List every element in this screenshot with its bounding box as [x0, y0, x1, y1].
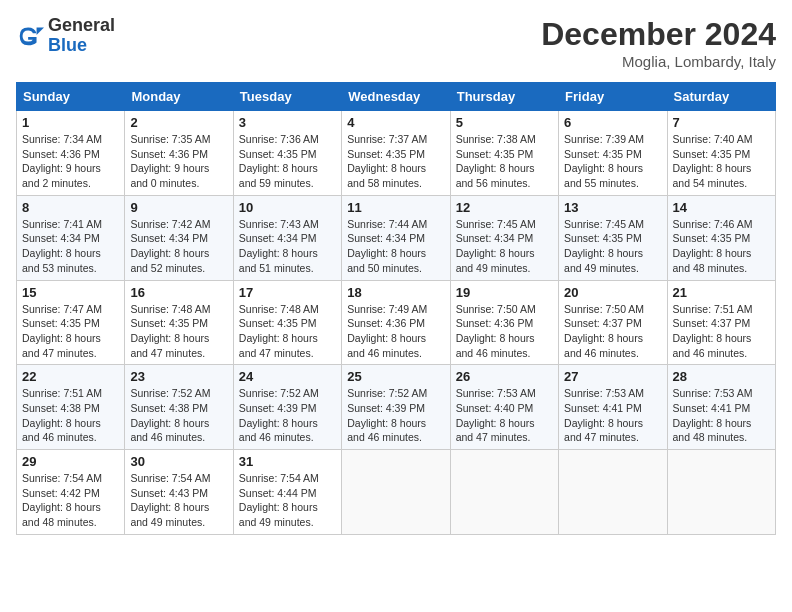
page-header: General Blue December 2024 Moglia, Lomba… [16, 16, 776, 70]
col-header-saturday: Saturday [667, 83, 775, 111]
day-number: 24 [239, 369, 336, 384]
calendar-cell [342, 450, 450, 535]
day-number: 26 [456, 369, 553, 384]
day-info: Sunrise: 7:42 AM Sunset: 4:34 PM Dayligh… [130, 217, 227, 276]
day-number: 18 [347, 285, 444, 300]
day-number: 2 [130, 115, 227, 130]
day-number: 9 [130, 200, 227, 215]
calendar-cell: 17 Sunrise: 7:48 AM Sunset: 4:35 PM Dayl… [233, 280, 341, 365]
title-block: December 2024 Moglia, Lombardy, Italy [541, 16, 776, 70]
day-number: 28 [673, 369, 770, 384]
calendar-cell: 18 Sunrise: 7:49 AM Sunset: 4:36 PM Dayl… [342, 280, 450, 365]
day-number: 7 [673, 115, 770, 130]
logo-blue-text: Blue [48, 36, 115, 56]
day-info: Sunrise: 7:40 AM Sunset: 4:35 PM Dayligh… [673, 132, 770, 191]
day-number: 21 [673, 285, 770, 300]
day-info: Sunrise: 7:54 AM Sunset: 4:44 PM Dayligh… [239, 471, 336, 530]
day-info: Sunrise: 7:35 AM Sunset: 4:36 PM Dayligh… [130, 132, 227, 191]
day-info: Sunrise: 7:36 AM Sunset: 4:35 PM Dayligh… [239, 132, 336, 191]
calendar-cell [559, 450, 667, 535]
day-number: 6 [564, 115, 661, 130]
calendar-cell: 23 Sunrise: 7:52 AM Sunset: 4:38 PM Dayl… [125, 365, 233, 450]
day-number: 30 [130, 454, 227, 469]
calendar-header-row: SundayMondayTuesdayWednesdayThursdayFrid… [17, 83, 776, 111]
day-info: Sunrise: 7:41 AM Sunset: 4:34 PM Dayligh… [22, 217, 119, 276]
day-info: Sunrise: 7:48 AM Sunset: 4:35 PM Dayligh… [130, 302, 227, 361]
day-number: 5 [456, 115, 553, 130]
calendar-cell: 12 Sunrise: 7:45 AM Sunset: 4:34 PM Dayl… [450, 195, 558, 280]
day-number: 3 [239, 115, 336, 130]
day-info: Sunrise: 7:53 AM Sunset: 4:40 PM Dayligh… [456, 386, 553, 445]
month-title: December 2024 [541, 16, 776, 53]
day-number: 11 [347, 200, 444, 215]
logo-general: General [48, 16, 115, 36]
col-header-tuesday: Tuesday [233, 83, 341, 111]
calendar-cell: 9 Sunrise: 7:42 AM Sunset: 4:34 PM Dayli… [125, 195, 233, 280]
day-info: Sunrise: 7:50 AM Sunset: 4:36 PM Dayligh… [456, 302, 553, 361]
calendar-week-row: 29 Sunrise: 7:54 AM Sunset: 4:42 PM Dayl… [17, 450, 776, 535]
svg-marker-0 [37, 27, 44, 34]
calendar-cell: 8 Sunrise: 7:41 AM Sunset: 4:34 PM Dayli… [17, 195, 125, 280]
day-info: Sunrise: 7:54 AM Sunset: 4:42 PM Dayligh… [22, 471, 119, 530]
col-header-wednesday: Wednesday [342, 83, 450, 111]
day-info: Sunrise: 7:47 AM Sunset: 4:35 PM Dayligh… [22, 302, 119, 361]
day-info: Sunrise: 7:53 AM Sunset: 4:41 PM Dayligh… [564, 386, 661, 445]
day-info: Sunrise: 7:45 AM Sunset: 4:34 PM Dayligh… [456, 217, 553, 276]
day-number: 20 [564, 285, 661, 300]
calendar-cell: 13 Sunrise: 7:45 AM Sunset: 4:35 PM Dayl… [559, 195, 667, 280]
calendar-cell: 15 Sunrise: 7:47 AM Sunset: 4:35 PM Dayl… [17, 280, 125, 365]
day-info: Sunrise: 7:49 AM Sunset: 4:36 PM Dayligh… [347, 302, 444, 361]
calendar-cell: 3 Sunrise: 7:36 AM Sunset: 4:35 PM Dayli… [233, 111, 341, 196]
calendar-cell: 11 Sunrise: 7:44 AM Sunset: 4:34 PM Dayl… [342, 195, 450, 280]
day-info: Sunrise: 7:54 AM Sunset: 4:43 PM Dayligh… [130, 471, 227, 530]
calendar-cell: 6 Sunrise: 7:39 AM Sunset: 4:35 PM Dayli… [559, 111, 667, 196]
day-info: Sunrise: 7:38 AM Sunset: 4:35 PM Dayligh… [456, 132, 553, 191]
day-info: Sunrise: 7:45 AM Sunset: 4:35 PM Dayligh… [564, 217, 661, 276]
logo: General Blue [16, 16, 115, 56]
col-header-sunday: Sunday [17, 83, 125, 111]
day-number: 1 [22, 115, 119, 130]
day-number: 31 [239, 454, 336, 469]
calendar-cell: 1 Sunrise: 7:34 AM Sunset: 4:36 PM Dayli… [17, 111, 125, 196]
day-info: Sunrise: 7:52 AM Sunset: 4:39 PM Dayligh… [239, 386, 336, 445]
day-number: 25 [347, 369, 444, 384]
day-info: Sunrise: 7:53 AM Sunset: 4:41 PM Dayligh… [673, 386, 770, 445]
logo-text: General Blue [48, 16, 115, 56]
calendar-cell: 22 Sunrise: 7:51 AM Sunset: 4:38 PM Dayl… [17, 365, 125, 450]
calendar-week-row: 1 Sunrise: 7:34 AM Sunset: 4:36 PM Dayli… [17, 111, 776, 196]
day-info: Sunrise: 7:44 AM Sunset: 4:34 PM Dayligh… [347, 217, 444, 276]
day-info: Sunrise: 7:52 AM Sunset: 4:39 PM Dayligh… [347, 386, 444, 445]
day-info: Sunrise: 7:37 AM Sunset: 4:35 PM Dayligh… [347, 132, 444, 191]
calendar-table: SundayMondayTuesdayWednesdayThursdayFrid… [16, 82, 776, 535]
calendar-cell: 2 Sunrise: 7:35 AM Sunset: 4:36 PM Dayli… [125, 111, 233, 196]
calendar-cell: 29 Sunrise: 7:54 AM Sunset: 4:42 PM Dayl… [17, 450, 125, 535]
day-info: Sunrise: 7:48 AM Sunset: 4:35 PM Dayligh… [239, 302, 336, 361]
calendar-cell: 30 Sunrise: 7:54 AM Sunset: 4:43 PM Dayl… [125, 450, 233, 535]
day-number: 12 [456, 200, 553, 215]
calendar-cell: 25 Sunrise: 7:52 AM Sunset: 4:39 PM Dayl… [342, 365, 450, 450]
day-number: 16 [130, 285, 227, 300]
day-info: Sunrise: 7:46 AM Sunset: 4:35 PM Dayligh… [673, 217, 770, 276]
day-number: 14 [673, 200, 770, 215]
calendar-week-row: 22 Sunrise: 7:51 AM Sunset: 4:38 PM Dayl… [17, 365, 776, 450]
col-header-monday: Monday [125, 83, 233, 111]
calendar-cell: 27 Sunrise: 7:53 AM Sunset: 4:41 PM Dayl… [559, 365, 667, 450]
calendar-cell: 14 Sunrise: 7:46 AM Sunset: 4:35 PM Dayl… [667, 195, 775, 280]
col-header-friday: Friday [559, 83, 667, 111]
calendar-cell: 26 Sunrise: 7:53 AM Sunset: 4:40 PM Dayl… [450, 365, 558, 450]
calendar-cell: 28 Sunrise: 7:53 AM Sunset: 4:41 PM Dayl… [667, 365, 775, 450]
calendar-cell: 16 Sunrise: 7:48 AM Sunset: 4:35 PM Dayl… [125, 280, 233, 365]
calendar-cell: 21 Sunrise: 7:51 AM Sunset: 4:37 PM Dayl… [667, 280, 775, 365]
calendar-cell: 7 Sunrise: 7:40 AM Sunset: 4:35 PM Dayli… [667, 111, 775, 196]
day-info: Sunrise: 7:39 AM Sunset: 4:35 PM Dayligh… [564, 132, 661, 191]
day-number: 17 [239, 285, 336, 300]
day-number: 29 [22, 454, 119, 469]
location: Moglia, Lombardy, Italy [541, 53, 776, 70]
day-info: Sunrise: 7:43 AM Sunset: 4:34 PM Dayligh… [239, 217, 336, 276]
calendar-cell: 20 Sunrise: 7:50 AM Sunset: 4:37 PM Dayl… [559, 280, 667, 365]
calendar-cell [450, 450, 558, 535]
day-info: Sunrise: 7:51 AM Sunset: 4:38 PM Dayligh… [22, 386, 119, 445]
day-number: 19 [456, 285, 553, 300]
calendar-cell: 10 Sunrise: 7:43 AM Sunset: 4:34 PM Dayl… [233, 195, 341, 280]
day-number: 22 [22, 369, 119, 384]
